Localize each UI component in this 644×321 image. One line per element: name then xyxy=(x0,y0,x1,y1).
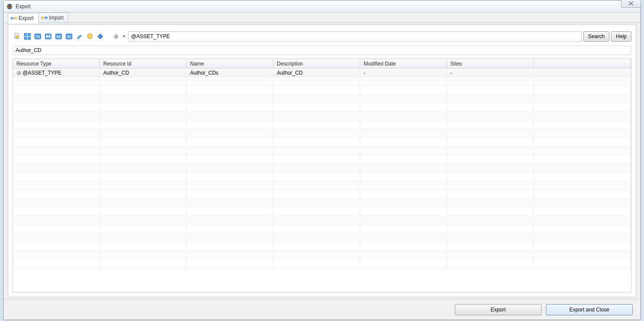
filter-cs-icon[interactable]: CS xyxy=(33,32,42,41)
titlebar: Export xyxy=(3,0,641,13)
toolbar: CS ED SC Search Help xyxy=(13,29,631,44)
svg-text:CS: CS xyxy=(36,35,40,38)
filter-brush-icon[interactable] xyxy=(75,32,84,41)
table-body: @ASSET_TYPE Author_CD Author_CDs Author_… xyxy=(13,69,631,268)
import-tab-icon xyxy=(41,15,47,21)
col-spacer xyxy=(534,59,631,68)
tab-label: Import xyxy=(49,15,64,21)
tab-export[interactable]: Export xyxy=(8,13,39,23)
svg-point-7 xyxy=(16,36,18,38)
results-table: Resource Type Resource Id Name Descripti… xyxy=(13,59,631,292)
filter-page-icon[interactable] xyxy=(13,32,21,41)
filter-grid-icon[interactable] xyxy=(23,32,32,41)
svg-rect-2 xyxy=(11,17,13,19)
breadcrumb[interactable]: Author_CD xyxy=(13,46,631,55)
table-row[interactable]: @ASSET_TYPE Author_CD Author_CDs Author_… xyxy=(13,69,631,77)
filter-sc-icon[interactable]: SC xyxy=(65,32,73,41)
svg-rect-5 xyxy=(45,17,47,19)
svg-text:ED: ED xyxy=(56,35,61,38)
filter-link-icon[interactable] xyxy=(44,32,53,41)
export-and-close-button[interactable]: Export and Close xyxy=(546,304,633,315)
col-name[interactable]: Name xyxy=(187,59,273,68)
col-sites[interactable]: Sites xyxy=(447,59,534,68)
col-description[interactable]: Description xyxy=(273,59,360,68)
search-input[interactable] xyxy=(128,31,582,42)
search-button[interactable]: Search xyxy=(583,31,609,42)
export-tab-icon xyxy=(11,15,17,21)
col-resource-id[interactable]: Resource Id xyxy=(100,59,187,68)
window-title: Export xyxy=(16,3,31,10)
content-panel: CS ED SC Search Help Author_CD Resourc xyxy=(8,24,636,297)
export-button[interactable]: Export xyxy=(455,304,542,315)
tab-import[interactable]: Import xyxy=(38,13,69,23)
cell-modified-date: - xyxy=(364,70,365,76)
filter-tag-icon[interactable] xyxy=(96,32,105,41)
export-dialog: Export Export Import CS ED xyxy=(3,0,641,320)
row-status-icon xyxy=(16,71,21,75)
svg-rect-15 xyxy=(46,35,48,38)
filter-ed-icon[interactable]: ED xyxy=(54,32,63,41)
table-header: Resource Type Resource Id Name Descripti… xyxy=(13,59,631,69)
dropdown-arrow-icon[interactable] xyxy=(122,32,126,41)
cell-description: Author_CD xyxy=(277,70,302,76)
cell-resource-type: @ASSET_TYPE xyxy=(23,70,62,76)
filter-sphere-icon[interactable] xyxy=(112,32,120,41)
help-button[interactable]: Help xyxy=(611,31,631,42)
svg-rect-3 xyxy=(15,17,17,19)
eclipse-icon xyxy=(6,3,13,10)
svg-rect-4 xyxy=(41,17,43,19)
svg-rect-16 xyxy=(49,35,50,38)
svg-text:SC: SC xyxy=(67,35,71,38)
tab-label: Export xyxy=(19,15,34,21)
col-resource-type[interactable]: Resource Type xyxy=(13,59,100,68)
close-button[interactable] xyxy=(621,0,641,8)
cell-resource-id: Author_CD xyxy=(103,70,129,76)
svg-point-0 xyxy=(7,4,12,9)
filter-db-icon[interactable] xyxy=(85,32,94,41)
cell-sites: - xyxy=(450,70,452,76)
col-modified-date[interactable]: Modified Date xyxy=(360,59,447,68)
cell-name: Author_CDs xyxy=(190,70,218,76)
footer: Export Export and Close xyxy=(3,299,641,320)
tabstrip: Export Import xyxy=(3,13,641,23)
breadcrumb-item: Author_CD xyxy=(16,47,41,53)
